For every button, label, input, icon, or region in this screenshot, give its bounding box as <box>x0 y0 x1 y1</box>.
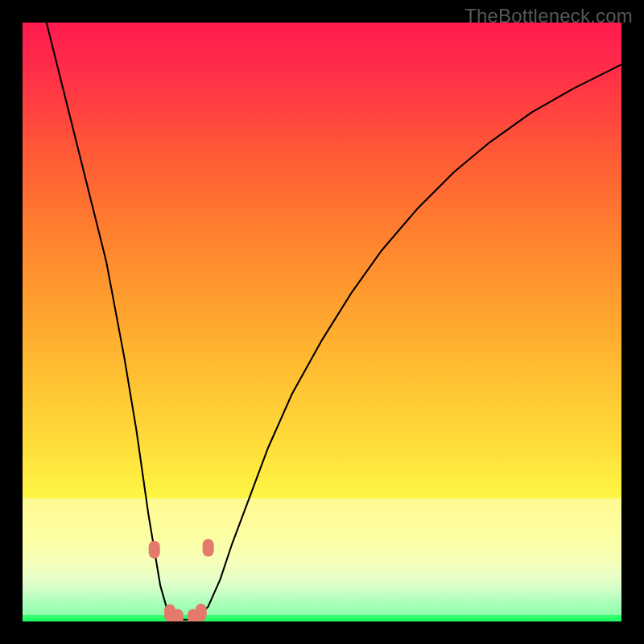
data-marker <box>203 539 214 556</box>
curve-layer <box>23 23 621 621</box>
watermark-text: TheBottleneck.com <box>464 5 633 27</box>
chart-frame: TheBottleneck.com <box>0 0 644 644</box>
data-marker <box>196 604 207 621</box>
data-marker <box>149 541 160 559</box>
bottleneck-curve-path <box>47 23 621 620</box>
plot-area <box>23 23 621 621</box>
data-marker <box>172 609 184 621</box>
data-markers <box>149 539 214 621</box>
